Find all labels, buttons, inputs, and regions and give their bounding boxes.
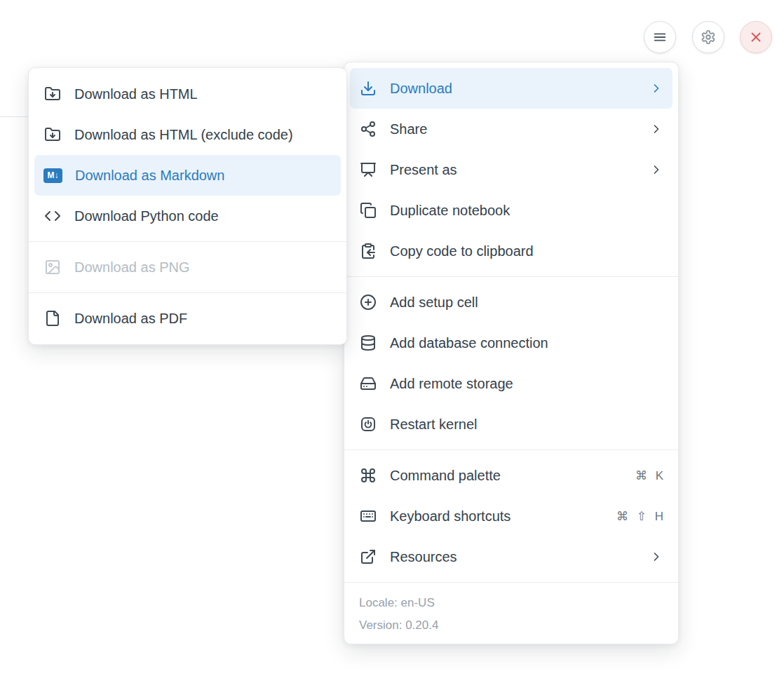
menu-divider (29, 241, 346, 242)
menu-item-label: Add remote storage (390, 376, 663, 392)
settings-button[interactable] (692, 21, 724, 53)
menu-item-download-python-code[interactable]: Download Python code (34, 196, 341, 236)
menu-item-label: Add setup cell (390, 295, 663, 311)
menu-divider (344, 276, 678, 277)
command-icon (359, 466, 377, 485)
folder-download-icon (43, 85, 62, 103)
menu-item-label: Resources (390, 549, 637, 565)
power-icon (359, 415, 377, 433)
shortcut-hint: ⌘ ⇧ H (616, 509, 663, 524)
menu-item-restart-kernel[interactable]: Restart kernel (350, 404, 673, 445)
chevron-right-icon (649, 122, 663, 136)
menu-divider (29, 292, 346, 293)
chevron-right-icon (649, 81, 663, 95)
menu-item-download[interactable]: Download (350, 68, 673, 109)
menu-item-add-setup-cell[interactable]: Add setup cell (350, 282, 673, 323)
menu-item-copy-code-to-clipboard[interactable]: Copy code to clipboard (350, 231, 673, 271)
menu-item-download-as-pdf[interactable]: Download as PDF (34, 298, 341, 339)
version-text: Version: 0.20.4 (359, 614, 663, 637)
locale-text: Locale: en-US (359, 592, 663, 614)
hard-drive-icon (359, 374, 377, 393)
menu-item-present-as[interactable]: Present as (350, 149, 673, 190)
menu-item-label: Share (390, 121, 637, 137)
chevron-right-icon (649, 163, 663, 177)
menu-item-download-as-markdown[interactable]: M↓ Download as Markdown (34, 155, 341, 196)
share-icon (359, 120, 377, 138)
close-icon (748, 29, 764, 45)
menu-item-label: Add database connection (390, 335, 663, 351)
gear-icon (701, 29, 716, 45)
menu-item-add-remote-storage[interactable]: Add remote storage (350, 363, 673, 404)
menu-item-label: Duplicate notebook (390, 203, 663, 219)
menu-item-resources[interactable]: Resources (350, 536, 673, 577)
markdown-icon: M↓ (43, 166, 62, 184)
menu-item-label: Download as PDF (74, 311, 332, 327)
shortcut-hint: ⌘ K (635, 468, 663, 483)
menu-divider (344, 449, 678, 450)
file-icon (43, 309, 62, 327)
menu-item-duplicate-notebook[interactable]: Duplicate notebook (350, 190, 673, 231)
menu-item-label: Present as (390, 162, 637, 178)
menu-item-download-as-html-exclude-code[interactable]: Download as HTML (exclude code) (34, 114, 341, 155)
menu-item-label: Download as HTML (exclude code) (74, 127, 332, 143)
chevron-right-icon (649, 550, 663, 564)
database-icon (359, 334, 377, 352)
presentation-icon (359, 161, 377, 179)
menu-item-command-palette[interactable]: Command palette ⌘ K (350, 455, 673, 496)
menu-item-label: Download as HTML (74, 86, 332, 102)
menu-item-label: Download (390, 81, 637, 97)
menu-item-add-database-connection[interactable]: Add database connection (350, 323, 673, 363)
menu-item-keyboard-shortcuts[interactable]: Keyboard shortcuts ⌘ ⇧ H (350, 496, 673, 536)
menu-item-label: Keyboard shortcuts (390, 508, 604, 525)
image-icon (43, 258, 62, 276)
download-submenu: Download as HTML Download as HTML (exclu… (28, 67, 347, 345)
menu-item-label: Restart kernel (390, 417, 663, 433)
menu-item-label: Download as PNG (74, 259, 332, 276)
close-button[interactable] (740, 21, 772, 53)
menu-item-label: Command palette (390, 468, 623, 484)
plus-circle-icon (359, 293, 377, 311)
menu-item-share[interactable]: Share (350, 109, 673, 149)
duplicate-icon (359, 201, 377, 219)
menu-divider (344, 582, 678, 583)
menu-footer: Locale: en-US Version: 0.20.4 (344, 588, 678, 638)
menu-item-download-as-html[interactable]: Download as HTML (34, 74, 341, 114)
folder-download-icon (43, 126, 62, 144)
clipboard-copy-icon (359, 242, 377, 260)
page-edge-divider (0, 116, 28, 117)
menu-item-label: Download Python code (74, 208, 332, 224)
code-icon (43, 207, 62, 225)
markdown-badge: M↓ (43, 168, 62, 183)
notebook-actions-menu: Download Share Present as Duplicate note… (344, 62, 679, 644)
menu-item-label: Copy code to clipboard (390, 243, 663, 259)
notebook-menu-button[interactable] (644, 21, 676, 53)
external-link-icon (359, 548, 377, 566)
menu-item-download-as-png[interactable]: Download as PNG (34, 247, 341, 288)
keyboard-icon (359, 507, 377, 525)
menu-item-label: Download as Markdown (75, 168, 332, 184)
download-icon (359, 79, 377, 97)
hamburger-icon (652, 29, 668, 45)
